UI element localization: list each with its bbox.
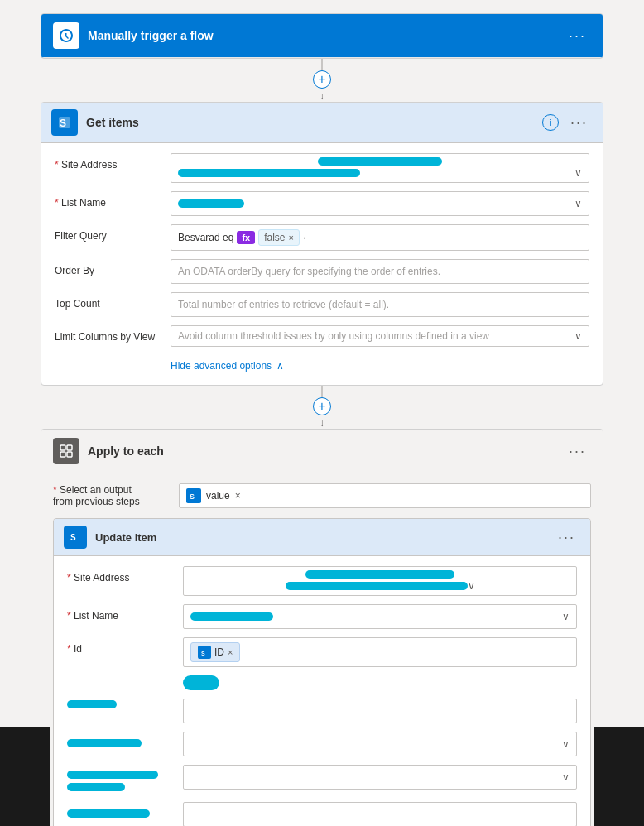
update-list-name-row: List Name ∨	[67, 604, 577, 629]
update-redacted-3-row	[67, 802, 577, 826]
add-step-button-2[interactable]: +	[313, 397, 331, 415]
apply-to-each-card: Apply to each ··· * Select an outputfrom…	[41, 429, 603, 826]
add-step-button-1[interactable]: +	[313, 70, 331, 89]
update-site-address-row: Site Address ∨	[67, 566, 577, 596]
update-list-name-input[interactable]: ∨	[183, 604, 577, 629]
update-item-body: Site Address ∨	[54, 556, 590, 826]
update-id-value: S ID ×	[183, 637, 577, 667]
id-token-icon: S	[198, 646, 211, 659]
filter-query-label: Filter Query	[55, 224, 171, 242]
top-count-row: Top Count Total number of entries to ret…	[55, 292, 589, 317]
site-address-value: ∨	[171, 153, 589, 183]
svg-rect-2	[60, 445, 65, 450]
update-site-addr-redacted-2	[286, 582, 468, 590]
update-toggle-row	[67, 675, 577, 690]
get-items-info-button[interactable]: i	[542, 114, 559, 131]
update-blank-label	[67, 699, 183, 711]
connector-line-1	[321, 59, 323, 70]
hide-advanced-button[interactable]: Hide advanced options ∧	[55, 355, 589, 375]
hide-advanced-label: Hide advanced options	[171, 360, 272, 372]
list-name-label: List Name	[55, 191, 171, 209]
update-redacted-3-label	[67, 802, 183, 820]
get-items-icon: S	[51, 109, 78, 136]
update-site-address-label: Site Address	[67, 566, 183, 583]
update-redacted-1-input[interactable]: ∨	[183, 732, 577, 756]
update-redacted-1-value: ∨	[183, 732, 577, 756]
redacted-2-arrow: ∨	[562, 771, 570, 783]
id-token-close[interactable]: ×	[228, 647, 233, 657]
get-items-actions: i ···	[542, 113, 593, 132]
update-id-label: Id	[67, 637, 183, 655]
update-site-address-input[interactable]: ∨	[183, 566, 577, 596]
update-redacted-1-label	[67, 732, 183, 752]
update-site-addr-row2: ∨	[286, 580, 475, 592]
trigger-card: Manually trigger a flow ···	[41, 13, 603, 59]
update-item-menu-button[interactable]: ···	[553, 528, 580, 546]
update-list-name-label: List Name	[67, 604, 183, 622]
list-name-row: List Name ∨	[55, 191, 589, 216]
update-list-name-value: ∨	[183, 604, 577, 629]
update-redacted-2-input[interactable]: ∨	[183, 765, 577, 790]
svg-text:S: S	[190, 492, 195, 501]
update-list-name-redacted	[190, 612, 273, 621]
update-site-addr-redacted-1	[305, 570, 454, 579]
limit-columns-arrow: ∨	[574, 330, 582, 342]
update-blank-input[interactable]	[183, 699, 577, 723]
arrow-2: ↓	[320, 417, 324, 429]
limit-columns-input[interactable]: Avoid column threshold issues by only us…	[171, 325, 589, 347]
update-item-card: S Update item ··· Site Address	[53, 518, 591, 826]
filter-query-dot: ·	[303, 232, 305, 243]
id-token-chip: S ID ×	[190, 642, 240, 662]
update-redacted-2-value: ∨	[183, 765, 577, 790]
apply-to-each-header: Apply to each ···	[41, 430, 603, 473]
filter-query-row: Filter Query Besvarad eq fx false × ·	[55, 224, 589, 251]
order-by-placeholder: An ODATA orderBy query for specifying th…	[178, 266, 440, 277]
list-name-input[interactable]: ∨	[171, 191, 589, 216]
update-redacted-3-value	[183, 802, 577, 826]
svg-text:S: S	[201, 651, 205, 656]
connector-line-2	[321, 386, 323, 397]
get-items-menu-button[interactable]: ···	[565, 113, 593, 132]
site-address-row2: ∨	[178, 167, 582, 179]
top-count-input[interactable]: Total number of entries to retrieve (def…	[171, 292, 589, 317]
redacted-label-1	[67, 739, 142, 747]
value-pill-close[interactable]: ×	[289, 233, 294, 243]
list-name-value: ∨	[171, 191, 589, 216]
update-blank-row	[67, 699, 577, 723]
site-address-arrow: ∨	[574, 167, 582, 179]
update-redacted-3-input[interactable]	[183, 802, 577, 826]
value-token-sp-icon: S	[186, 488, 201, 503]
select-output-row: * Select an outputfrom previous steps S …	[53, 483, 591, 508]
list-name-redacted	[178, 199, 244, 208]
update-blank-value	[183, 699, 577, 723]
filter-query-text: Besvarad eq	[178, 232, 233, 243]
site-address-input[interactable]: ∨	[171, 153, 589, 183]
update-redacted-2-row: ∨	[67, 765, 577, 794]
order-by-value: An ODATA orderBy query for specifying th…	[171, 259, 589, 284]
update-redacted-2-label	[67, 765, 183, 794]
blank-redacted	[67, 700, 117, 708]
svg-rect-5	[67, 452, 72, 457]
fx-pill[interactable]: fx	[237, 231, 255, 244]
update-id-input[interactable]: S ID ×	[183, 637, 577, 667]
trigger-menu-button[interactable]: ···	[564, 26, 591, 45]
select-output-input[interactable]: S value ×	[179, 483, 591, 508]
redacted-label-3	[67, 809, 150, 818]
order-by-input[interactable]: An ODATA orderBy query for specifying th…	[171, 259, 589, 284]
select-output-label: * Select an outputfrom previous steps	[53, 484, 169, 507]
toggle-redacted	[183, 675, 219, 690]
apply-to-each-icon	[53, 438, 79, 464]
svg-rect-4	[60, 452, 65, 457]
apply-to-each-menu-button[interactable]: ···	[564, 442, 591, 460]
value-token-close[interactable]: ×	[235, 490, 241, 502]
update-toggle-label	[67, 675, 183, 681]
filter-query-input[interactable]: Besvarad eq fx false × ·	[171, 224, 589, 251]
limit-columns-value: Avoid column threshold issues by only us…	[171, 325, 589, 347]
trigger-icon	[53, 22, 79, 49]
filter-pill-row: Besvarad eq fx false × ·	[178, 229, 305, 246]
limit-columns-label: Limit Columns by View	[55, 325, 171, 343]
arrow-1: ↓	[320, 90, 324, 102]
get-items-card: S Get items i ··· Site Address	[41, 102, 603, 386]
select-output-star: *	[53, 484, 60, 496]
id-token-label: ID	[214, 646, 224, 658]
